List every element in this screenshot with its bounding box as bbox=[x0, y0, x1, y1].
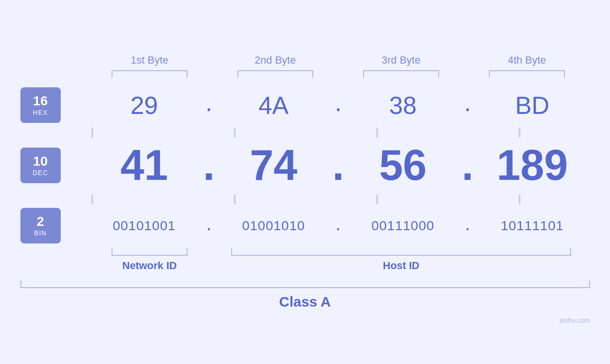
watermark: ipshu.com bbox=[560, 317, 590, 324]
byte-label-3: 3rd Byte bbox=[338, 54, 464, 66]
dec-val-2: 74 bbox=[250, 141, 297, 190]
hex-dot-1: . bbox=[206, 95, 211, 115]
bin-row: 2 BIN 00101001 . 01001010 . 00111000 . 1… bbox=[20, 208, 590, 243]
host-bracket bbox=[231, 248, 571, 256]
bin-dot-3: . bbox=[466, 218, 469, 233]
dec-val-1: 41 bbox=[121, 141, 168, 190]
byte-label-2: 2nd Byte bbox=[213, 54, 338, 66]
arrow-6: || bbox=[233, 193, 235, 205]
bin-badge-label: BIN bbox=[34, 229, 47, 237]
bin-badge-num: 2 bbox=[37, 215, 44, 229]
hex-badge: 16 HEX bbox=[20, 87, 61, 123]
bin-dot-1: . bbox=[207, 218, 211, 233]
dec-badge-label: DEC bbox=[33, 169, 48, 177]
hex-val-4: BD bbox=[515, 91, 549, 120]
dec-dot-3: . bbox=[461, 141, 473, 189]
hex-badge-num: 16 bbox=[33, 94, 47, 109]
hex-badge-label: HEX bbox=[33, 109, 48, 116]
bin-val-1: 00101001 bbox=[113, 218, 176, 233]
class-section: Class A bbox=[20, 280, 590, 310]
arrow-4: || bbox=[518, 126, 519, 138]
id-labels: Network ID Host ID bbox=[87, 260, 590, 272]
bin-val-3: 00111000 bbox=[371, 218, 434, 233]
network-id-label: Network ID bbox=[87, 260, 213, 272]
hex-val-2: 4A bbox=[258, 91, 289, 120]
arrow-1: || bbox=[91, 126, 92, 138]
dec-dot-1: . bbox=[203, 141, 215, 189]
hex-values: 29 . 4A . 38 . BD bbox=[87, 91, 590, 120]
bottom-brackets bbox=[87, 248, 590, 256]
class-bracket-wrap bbox=[20, 280, 590, 288]
dec-val-4: 189 bbox=[497, 141, 568, 190]
bin-dot-2: . bbox=[337, 218, 340, 233]
hex-val-1: 29 bbox=[131, 91, 158, 120]
dec-values: 41 . 74 . 56 . 189 bbox=[87, 141, 590, 190]
hex-dot-2: . bbox=[336, 95, 340, 115]
bin-values: 00101001 . 01001010 . 00111000 . 1011110… bbox=[87, 218, 590, 233]
bin-badge: 2 BIN bbox=[20, 208, 61, 243]
dec-badge: 10 DEC bbox=[20, 148, 61, 183]
arrow-row-2: || || || || bbox=[20, 193, 590, 205]
arrow-row-1: || || || || bbox=[20, 126, 590, 138]
dec-dot-2: . bbox=[332, 141, 344, 189]
arrow-2: || bbox=[233, 126, 235, 138]
hex-dot-3: . bbox=[465, 95, 470, 115]
host-id-label: Host ID bbox=[213, 260, 590, 272]
bottom-section: Network ID Host ID bbox=[87, 248, 590, 272]
dec-badge-num: 10 bbox=[33, 154, 47, 169]
arrow-7: || bbox=[375, 193, 377, 205]
class-label: Class A bbox=[20, 294, 590, 310]
class-bracket bbox=[20, 280, 590, 288]
hex-row: 16 HEX 29 . 4A . 38 . BD bbox=[20, 87, 590, 123]
network-bracket bbox=[112, 248, 188, 256]
byte-label-1: 1st Byte bbox=[87, 54, 213, 66]
bin-val-4: 10111101 bbox=[501, 218, 564, 233]
byte-labels-row: 1st Byte 2nd Byte 3rd Byte 4th Byte bbox=[87, 54, 590, 66]
top-brackets bbox=[87, 70, 590, 78]
arrow-3: || bbox=[375, 126, 377, 138]
byte-label-4: 4th Byte bbox=[464, 54, 590, 66]
dec-val-3: 56 bbox=[379, 141, 427, 190]
main-container: 1st Byte 2nd Byte 3rd Byte 4th Byte 16 H… bbox=[20, 45, 590, 319]
dec-row: 10 DEC 41 . 74 . 56 . 189 bbox=[20, 141, 590, 190]
arrow-8: || bbox=[518, 193, 519, 205]
bin-val-2: 01001010 bbox=[242, 218, 305, 233]
hex-val-3: 38 bbox=[389, 91, 417, 120]
arrow-5: || bbox=[91, 193, 92, 205]
